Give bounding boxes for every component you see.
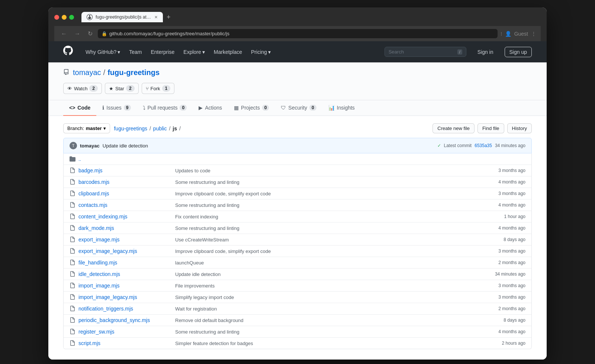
browser-chrome: fugu-greetings/public/js at ma… ✕ + ← → … xyxy=(48,7,547,41)
nav-enterprise[interactable]: Enterprise xyxy=(147,47,178,57)
issues-icon: ℹ xyxy=(102,105,104,111)
file-name[interactable]: dark_mode.mjs xyxy=(78,225,175,231)
insights-icon: 📊 xyxy=(328,105,335,111)
table-row[interactable]: register_sw.mjs Some restructuring and l… xyxy=(64,326,531,338)
branch-selector[interactable]: Branch: master ▾ xyxy=(63,123,110,133)
actions-icon: ▶ xyxy=(199,105,203,111)
file-name[interactable]: import_image_legacy.mjs xyxy=(78,294,175,300)
file-name[interactable]: barcodes.mjs xyxy=(78,179,175,185)
user-avatar-icon[interactable]: 👤 xyxy=(505,31,511,37)
create-new-file-button[interactable]: Create new file xyxy=(432,123,475,133)
file-commit-message: Remove old default background xyxy=(175,318,481,323)
address-bar[interactable]: 🔒 github.com/tomayac/fugu-greetings/tree… xyxy=(98,29,498,38)
table-row[interactable]: export_image.mjs Use cCreateWriteStream … xyxy=(64,234,531,246)
table-row[interactable]: content_indexing.mjs Fix content indexin… xyxy=(64,211,531,222)
file-name[interactable]: notification_triggers.mjs xyxy=(78,306,175,312)
file-rows-container: badge.mjs Updates to code 3 months ago b… xyxy=(64,165,531,349)
file-icon xyxy=(70,225,75,231)
repo-tabs: <> Code ℹ Issues 9 ⤵ Pull requests 0 ▶ A… xyxy=(48,100,547,116)
file-name[interactable]: badge.mjs xyxy=(78,168,175,173)
file-name[interactable]: content_indexing.mjs xyxy=(78,214,175,220)
maximize-traffic-light[interactable] xyxy=(69,15,74,20)
close-traffic-light[interactable] xyxy=(54,15,59,20)
nav-explore[interactable]: Explore ▾ xyxy=(180,47,208,57)
table-row[interactable]: dark_mode.mjs Some restructuring and lin… xyxy=(64,222,531,234)
file-name[interactable]: export_image.mjs xyxy=(78,237,175,243)
file-name[interactable]: clipboard.mjs xyxy=(78,191,175,196)
file-commit-message: File improvements xyxy=(175,283,481,289)
sign-in-link[interactable]: Sign in xyxy=(474,47,497,57)
browser-tab-active[interactable]: fugu-greetings/public/js at ma… ✕ xyxy=(81,12,163,22)
file-time: 4 months ago xyxy=(481,329,525,334)
file-commit-message: Some restructuring and linting xyxy=(175,202,481,208)
tab-issues[interactable]: ℹ Issues 9 xyxy=(96,100,136,116)
menu-icon[interactable]: ⋮ xyxy=(531,31,536,37)
path-public-link[interactable]: public xyxy=(153,126,167,131)
nav-why-github[interactable]: Why GitHub? ▾ xyxy=(82,47,124,57)
search-input[interactable]: Search / xyxy=(385,47,466,57)
parent-dir-row[interactable]: .. xyxy=(64,153,531,165)
new-tab-button[interactable]: + xyxy=(164,14,173,20)
commit-hash[interactable]: 6535a35 xyxy=(475,143,492,148)
parent-dir-link[interactable]: .. xyxy=(78,156,175,162)
table-row[interactable]: barcodes.mjs Some restructuring and lint… xyxy=(64,176,531,188)
tab-code[interactable]: <> Code xyxy=(63,100,96,116)
tab-title: fugu-greetings/public/js at ma… xyxy=(96,14,151,20)
commit-author: T tomayac Update idle detection xyxy=(70,142,148,149)
history-button[interactable]: History xyxy=(507,123,532,133)
path-repo-link[interactable]: fugu-greetings xyxy=(114,126,147,131)
reload-button[interactable]: ↻ xyxy=(86,29,95,38)
minimize-traffic-light[interactable] xyxy=(62,15,67,20)
file-name[interactable]: idle_detection.mjs xyxy=(78,271,175,277)
find-file-button[interactable]: Find file xyxy=(477,123,504,133)
table-row[interactable]: import_image.mjs File improvements 3 mon… xyxy=(64,280,531,292)
repo-name[interactable]: fugu-greetings xyxy=(107,68,160,77)
file-icon xyxy=(70,294,75,300)
repo-owner[interactable]: tomayac xyxy=(73,68,101,77)
table-row[interactable]: badge.mjs Updates to code 3 months ago xyxy=(64,165,531,176)
nav-pricing[interactable]: Pricing ▾ xyxy=(247,47,274,57)
projects-badge: 0 xyxy=(262,105,269,111)
file-name[interactable]: import_image.mjs xyxy=(78,283,175,289)
tab-security[interactable]: 🛡 Security 0 xyxy=(275,100,322,116)
file-name[interactable]: script.mjs xyxy=(78,340,175,346)
tab-projects[interactable]: ▦ Projects 0 xyxy=(228,100,275,116)
fork-count: 1 xyxy=(162,85,171,92)
github-logo[interactable] xyxy=(63,46,73,58)
author-name[interactable]: tomayac xyxy=(80,143,100,149)
table-row[interactable]: idle_detection.mjs Update idle detection… xyxy=(64,269,531,280)
sign-up-button[interactable]: Sign up xyxy=(505,47,532,57)
tab-insights[interactable]: 📊 Insights xyxy=(322,100,361,116)
repo-actions: 👁 Watch 2 ★ Star 2 ⑂ Fork 1 xyxy=(63,83,532,94)
watch-button[interactable]: 👁 Watch 2 xyxy=(63,83,102,94)
table-row[interactable]: file_handling.mjs launchQueue 2 months a… xyxy=(64,257,531,269)
tab-close-icon[interactable]: ✕ xyxy=(154,15,158,20)
table-row[interactable]: notification_triggers.mjs Wait for regis… xyxy=(64,303,531,315)
path-sep-3: / xyxy=(179,126,181,131)
grid-icon[interactable]: ⁝ xyxy=(501,31,502,37)
file-icon xyxy=(70,329,75,335)
file-icon xyxy=(70,260,75,266)
file-name[interactable]: contacts.mjs xyxy=(78,202,175,208)
table-row[interactable]: import_image_legacy.mjs Simplify legacy … xyxy=(64,292,531,303)
tab-actions[interactable]: ▶ Actions xyxy=(193,100,228,116)
star-button[interactable]: ★ Star 2 xyxy=(105,83,139,94)
tab-pull-requests[interactable]: ⤵ Pull requests 0 xyxy=(137,100,193,116)
table-row[interactable]: clipboard.mjs Improve clipboard code, si… xyxy=(64,188,531,199)
browser-window: fugu-greetings/public/js at ma… ✕ + ← → … xyxy=(48,7,547,360)
file-name[interactable]: periodic_background_sync.mjs xyxy=(78,317,175,323)
file-name[interactable]: file_handling.mjs xyxy=(78,260,175,266)
nav-marketplace[interactable]: Marketplace xyxy=(210,47,246,57)
table-row[interactable]: periodic_background_sync.mjs Remove old … xyxy=(64,315,531,326)
file-name[interactable]: export_image_legacy.mjs xyxy=(78,248,175,254)
table-row[interactable]: contacts.mjs Some restructuring and lint… xyxy=(64,199,531,211)
browser-titlebar: fugu-greetings/public/js at ma… ✕ + xyxy=(54,12,541,22)
back-button[interactable]: ← xyxy=(59,30,69,38)
nav-team[interactable]: Team xyxy=(125,47,145,57)
file-name[interactable]: register_sw.mjs xyxy=(78,329,175,335)
table-row[interactable]: export_image_legacy.mjs Improve clipboar… xyxy=(64,246,531,257)
repo-icon xyxy=(63,69,69,77)
forward-button[interactable]: → xyxy=(72,30,83,38)
fork-button[interactable]: ⑂ Fork 1 xyxy=(142,83,175,94)
table-row[interactable]: script.mjs Simpler feature detection for… xyxy=(64,338,531,349)
